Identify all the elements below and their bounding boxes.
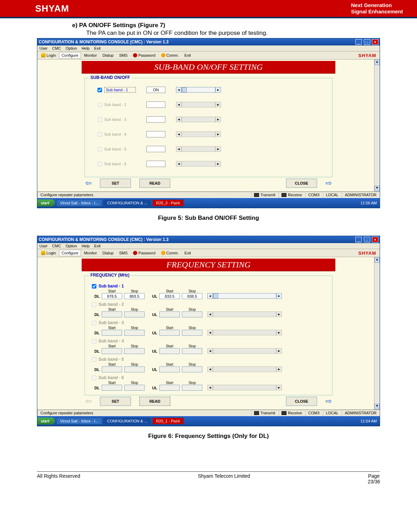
maximize-button[interactable]: □ [364,39,370,45]
freq-subband: Sub band - 5DLStartStopULStartStop◄► [92,357,327,372]
next-arrow-icon[interactable]: ⇨ [326,179,332,188]
stop-header: Stop [124,344,145,348]
freq-subband: Sub band - 4DLStartStopULStartStop◄► [92,339,327,354]
prev-arrow-icon[interactable]: ⇦ [85,179,91,188]
chevron-right-icon[interactable]: ► [276,293,282,299]
scroll-down-icon[interactable]: ▼ [374,404,380,409]
start-button[interactable]: start [37,199,55,206]
subband-row: Sub band - 5◄► [97,146,327,152]
toolbar-sms[interactable]: SMS [117,52,130,58]
read-button[interactable]: READ [139,397,170,406]
menu-user[interactable]: User [39,244,48,248]
prev-arrow-icon[interactable]: ⇦ [85,397,91,406]
freq-subband-checkbox[interactable] [92,284,96,289]
chevron-right-icon: ► [215,131,221,137]
toolbar-dialup[interactable]: Dialup [100,250,116,256]
subband-state [146,116,165,123]
ul-start-input[interactable] [159,293,180,299]
taskbar: start Vinod Sati - Inbox - I... CONFIGUR… [37,416,380,426]
toolbar-dialup[interactable]: Dialup [100,52,116,58]
toolbar-password[interactable]: Password [131,250,158,256]
taskbar-task[interactable]: R20_1 - Paint [152,417,184,425]
taskbar-task[interactable]: CONFIGURATION & ... [103,199,151,206]
scroll-down-icon[interactable]: ▼ [374,186,380,191]
close-button[interactable]: × [372,237,378,242]
dl-label: DL [92,349,100,354]
scroll-up-icon[interactable]: ▲ [374,60,380,65]
subband-checkbox[interactable] [97,88,102,92]
app-window-subband: CONFIGURATION & MONITORING CONSOLE (CMC)… [37,38,380,208]
set-button[interactable]: SET [100,397,131,406]
subband-slider: ◄► [176,146,221,152]
toolbar-sms[interactable]: SMS [117,250,130,256]
monitor-icon [282,411,286,415]
start-header: Start [102,363,122,366]
toolbar-exit[interactable]: Exit [182,250,193,256]
start-button[interactable]: start [37,417,55,425]
toolbar-login[interactable]: Login [39,52,58,58]
subband-label: Sub band - 5 [104,147,136,151]
toolbar-monitor[interactable]: Monitor [82,52,100,58]
close-panel-button[interactable]: CLOSE [286,397,317,406]
toolbar-configure[interactable]: Configure [59,250,81,256]
taskbar-task[interactable]: R20_3 - Paint [152,199,184,206]
titlebar[interactable]: CONFIGURATION & MONITORING CONSOLE (CMC)… [37,38,380,45]
subband-slider[interactable]: ◄► [176,87,221,93]
toolbar-comm[interactable]: Comm. [159,52,181,58]
close-panel-button[interactable]: CLOSE [286,179,317,188]
chevron-left-icon: ◄ [176,117,182,122]
system-tray[interactable]: 11:56 AM [358,201,380,205]
menu-option[interactable]: Option [65,46,77,50]
chevron-left-icon[interactable]: ◄ [176,87,182,93]
taskbar-task[interactable]: Vinod Sati - Inbox - I... [56,199,102,206]
slider-track[interactable] [182,87,215,93]
toolbar-password[interactable]: Password [131,52,158,58]
stop-header: Stop [124,308,145,311]
scroll-up-icon[interactable]: ▲ [374,257,380,263]
menu-cmc[interactable]: CMC [52,46,61,50]
set-button[interactable]: SET [100,179,131,188]
doc-header-bar: SHYAM Next Generation Signal Enhancement [0,0,417,17]
close-button[interactable]: × [372,39,378,45]
menu-exit[interactable]: Exit [94,46,101,50]
vertical-scrollbar[interactable]: ▲▼ [374,60,380,191]
toolbar-configure[interactable]: Configure [59,52,81,58]
dl-start-input[interactable] [102,293,122,299]
slider-track[interactable] [213,293,276,299]
menu-bar[interactable]: User CMC Option Help Exit [37,45,380,51]
status-mode: LOCAL [323,192,342,198]
toolbar-exit[interactable]: Exit [182,52,193,58]
toolbar-login[interactable]: Login [39,250,58,256]
read-button[interactable]: READ [139,179,170,188]
chevron-left-icon[interactable]: ◄ [207,293,213,299]
freq-slider[interactable]: ◄► [207,293,282,299]
start-header: Start [102,326,122,330]
taskbar-task[interactable]: CONFIGURATION & ... [103,417,151,425]
maximize-button[interactable]: □ [364,237,370,242]
menu-option[interactable]: Option [65,244,77,248]
minimize-button[interactable]: _ [355,39,362,45]
menu-cmc[interactable]: CMC [52,244,61,248]
dl-stop-input[interactable] [124,293,145,299]
system-tray[interactable]: 11:54 AM [358,419,380,423]
next-arrow-icon[interactable]: ⇨ [326,397,332,406]
menu-help[interactable]: Help [82,46,90,50]
menu-exit[interactable]: Exit [94,244,101,248]
slider-handle[interactable] [182,87,187,92]
vertical-scrollbar[interactable]: ▲▼ [374,257,380,409]
menu-help[interactable]: Help [82,244,90,248]
freq-subband-checkbox [92,339,96,344]
menu-bar[interactable]: User CMC Option Help Exit [37,243,380,249]
titlebar[interactable]: CONFIGURATION & MONITORING CONSOLE (CMC)… [37,236,380,243]
slider-handle[interactable] [213,293,218,298]
toolbar-comm[interactable]: Comm. [159,250,181,256]
menu-user[interactable]: User [39,46,48,50]
ul-stop-input[interactable] [182,293,202,299]
minimize-button[interactable]: _ [355,237,362,242]
footer-page-label: Page [368,473,380,479]
window-title: CONFIGURATION & MONITORING CONSOLE (CMC)… [39,237,169,242]
dl-stop-input [124,366,145,372]
chevron-right-icon[interactable]: ► [215,87,221,93]
taskbar-task[interactable]: Vinod Sati - Inbox - I... [56,417,102,425]
toolbar-monitor[interactable]: Monitor [82,250,100,256]
